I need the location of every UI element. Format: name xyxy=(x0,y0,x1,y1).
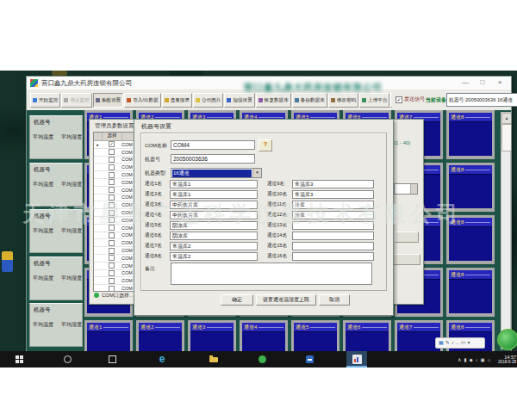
taskbar-clock[interactable]: 14:57 2018-5-28 xyxy=(493,355,516,365)
com-checkbox[interactable] xyxy=(109,270,115,276)
channel-name-input[interactable] xyxy=(292,201,374,209)
channel-name-input[interactable] xyxy=(292,180,374,188)
channel-name-input[interactable] xyxy=(292,242,374,250)
channel-name-input[interactable] xyxy=(170,211,258,219)
channel-name-input[interactable] xyxy=(170,190,258,199)
stop-monitor-button[interactable]: 停止监控 xyxy=(61,93,91,108)
com-checkbox[interactable] xyxy=(109,149,115,155)
ime-keyboard-icon[interactable]: ▭ xyxy=(461,338,466,348)
machine-summary-panel[interactable]: 机器号平均温度平均湿度 xyxy=(29,115,83,159)
machine-summary-panel[interactable]: 机器号平均温度平均湿度 xyxy=(29,163,83,207)
com-checkbox[interactable] xyxy=(109,217,115,223)
taskbar-item[interactable]: e xyxy=(152,351,172,368)
view-report-button[interactable]: 查看报表 xyxy=(162,93,192,108)
com-name-input[interactable] xyxy=(171,140,255,150)
ok-button[interactable]: 确定 xyxy=(221,294,253,306)
display-icon[interactable]: ▣ xyxy=(480,357,484,362)
help-button[interactable]: ? xyxy=(258,139,272,151)
import-export-data-button[interactable]: 导入/出数据 xyxy=(124,93,161,108)
channel-cell[interactable]: 通道6 xyxy=(343,320,391,351)
com-checkbox[interactable] xyxy=(109,210,115,216)
com-checkbox[interactable] xyxy=(109,225,115,231)
desktop-icon[interactable] xyxy=(2,251,13,272)
ime-pen-icon[interactable]: ✎ xyxy=(445,338,450,348)
channel-name-input[interactable] xyxy=(170,221,258,230)
channel-cell[interactable]: 通道5 xyxy=(291,320,339,351)
minimize-button[interactable]: — xyxy=(459,77,471,88)
scrollbar-thumb[interactable] xyxy=(501,124,511,151)
channel-name-input[interactable] xyxy=(170,252,258,261)
com-checkbox[interactable] xyxy=(109,240,115,246)
network-icon[interactable]: ◆ xyxy=(469,357,472,362)
cancel-button[interactable]: 取消 xyxy=(319,294,350,306)
volume-icon[interactable]: ♪ xyxy=(476,357,478,362)
hidden-button-fragment[interactable] xyxy=(393,254,420,265)
channel-cell[interactable]: 通道8 xyxy=(446,110,495,159)
com-checkbox[interactable] xyxy=(109,286,115,292)
com-checkbox[interactable] xyxy=(109,195,115,201)
channel-name-input[interactable] xyxy=(292,211,374,219)
battery-icon[interactable]: ▮ xyxy=(464,357,466,362)
ime-toolbar[interactable]: ▦✎♪‥▭▾ xyxy=(435,337,485,349)
chevron-down-icon[interactable]: ▼ xyxy=(252,169,261,177)
taskbar-item[interactable] xyxy=(203,351,224,368)
channel-name-input[interactable] xyxy=(170,201,258,209)
maximize-button[interactable]: □ xyxy=(477,77,489,88)
start-monitor-button[interactable]: 开始监控 xyxy=(30,93,60,108)
channel-name-input[interactable] xyxy=(170,180,258,188)
com-checkbox[interactable] xyxy=(109,172,115,178)
machine-number-spinner[interactable] xyxy=(394,183,418,195)
com-checkbox[interactable] xyxy=(109,157,115,163)
channel-name-input[interactable] xyxy=(292,232,374,240)
channel-cell[interactable]: 通道4 xyxy=(240,320,288,351)
com-checkbox[interactable] xyxy=(109,164,115,170)
com-checkbox[interactable]: ✓ xyxy=(109,141,115,147)
ime-grid-icon[interactable]: ▦ xyxy=(439,338,444,348)
home-icon[interactable]: ⌂ xyxy=(488,357,490,362)
machine-summary-panel[interactable]: 机器号平均温度平均湿度 xyxy=(29,256,83,300)
checkbox-checked-icon[interactable]: ✓ xyxy=(396,96,402,103)
com-checkbox[interactable] xyxy=(109,187,115,193)
taskbar-item[interactable] xyxy=(346,351,367,368)
channel-cell[interactable]: 通道1 xyxy=(84,320,133,351)
machine-summary-panel[interactable]: 机器号平均温度平均湿度 xyxy=(29,209,83,253)
send-signal-checkbox[interactable]: ✓ 发送信号 xyxy=(396,96,425,103)
com-checkbox[interactable] xyxy=(109,248,115,254)
channel-name-input[interactable] xyxy=(170,242,258,250)
channel-cell[interactable]: 通道8 xyxy=(446,268,495,317)
channel-name-input[interactable] xyxy=(292,221,374,230)
machine-type-combo[interactable]: 16通道 ▼ xyxy=(171,168,262,178)
com-checkbox[interactable] xyxy=(109,278,115,284)
ime-menu-icon[interactable]: ▾ xyxy=(467,338,470,348)
com-checkbox[interactable] xyxy=(109,255,115,261)
channel-name-input[interactable] xyxy=(170,232,258,240)
com-checkbox[interactable] xyxy=(109,232,115,238)
taskbar-item[interactable] xyxy=(57,351,78,368)
com-checkbox[interactable] xyxy=(109,179,115,185)
company-image-button[interactable]: 公司图片 xyxy=(193,93,223,108)
ime-note-icon[interactable]: ♪ xyxy=(452,338,454,348)
taskbar-item[interactable] xyxy=(102,351,122,368)
vertical-scrollbar[interactable]: ▲ ▼ xyxy=(501,112,511,349)
set-channel-limits-button[interactable]: 设置通道温湿度上限 xyxy=(256,294,316,306)
note-textarea[interactable] xyxy=(171,262,372,285)
hidden-button-fragment[interactable] xyxy=(395,232,419,243)
channel-cell[interactable]: 通道3 xyxy=(188,320,236,351)
channel-cell[interactable]: 通道2 xyxy=(136,320,184,351)
channel-cell[interactable]: 通道8 xyxy=(446,163,495,212)
machine-summary-panel[interactable]: 机器号平均温度平均湿度 xyxy=(29,303,83,347)
channel-cell[interactable]: 通道8 xyxy=(446,215,495,264)
channel-name-input[interactable] xyxy=(292,190,374,199)
com-checkbox[interactable] xyxy=(109,262,115,269)
ime-more-icon[interactable]: ‥ xyxy=(456,338,459,348)
channel-name-input[interactable] xyxy=(292,252,374,261)
scroll-up-icon[interactable]: ▲ xyxy=(501,113,511,124)
system-settings-button[interactable]: 系统设置 xyxy=(93,93,123,108)
close-button[interactable]: × xyxy=(494,77,506,88)
taskbar-item[interactable] xyxy=(299,351,320,368)
taskbar-item[interactable] xyxy=(252,351,272,368)
tray-expand-icon[interactable]: ∧ xyxy=(458,356,461,362)
com-checkbox[interactable] xyxy=(109,202,115,208)
taskbar-item[interactable] xyxy=(9,351,29,368)
machine-no-input[interactable] xyxy=(171,154,255,164)
